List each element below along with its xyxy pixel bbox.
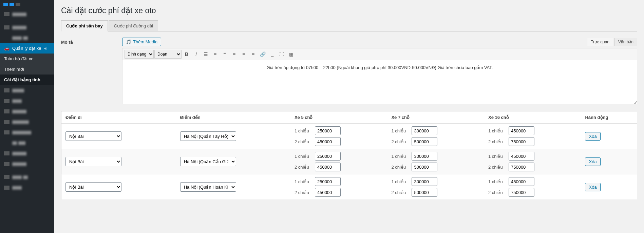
price-input-roundtrip[interactable] [509,163,534,171]
sidebar-item-blur-10[interactable]: ▮▮▮▮▮▮ [0,148,54,158]
page-title: Cài đặt cước phí đặt xe oto [61,6,637,15]
format-select-1[interactable]: Định dạng [125,50,154,59]
oneway-label: 1 chiều [295,179,311,184]
price-input-oneway[interactable] [412,152,437,161]
sidebar-item-booking[interactable]: 🚗 Quản lý đặt xe ◀ [0,43,54,54]
roundtrip-label: 2 chiều [295,190,311,195]
price-input-oneway[interactable] [315,126,341,135]
th-to: Điểm đến [176,111,290,124]
oneway-label: 1 chiều [391,154,408,159]
readmore-icon[interactable]: ⎯ [268,50,277,59]
format-select-2[interactable]: Đoạn [154,50,182,59]
sidebar-sub-all-bookings[interactable]: Toàn bộ đặt xe [0,54,54,64]
roundtrip-label: 2 chiều [488,139,505,144]
tab-longdistance-fare[interactable]: Cước phí đường dài [109,20,158,31]
editor-toolbar: Định dạng Đoạn B I ☰ ≡ ❝ ≡ ≡ ≡ 🔗 ⎯ ⛶ ▦ [122,48,637,60]
oneway-label: 1 chiều [295,128,311,133]
price-input-oneway[interactable] [412,177,437,186]
roundtrip-label: 2 chiều [295,165,311,170]
to-select[interactable]: Hà Nội (Quận Cầu Giấy) [180,157,236,166]
price-input-roundtrip[interactable] [412,137,437,146]
sidebar-sub-pricing-table[interactable]: Cài đặt bảng tính [0,75,54,85]
tabs: Cước phí sân bay Cước phí đường dài [61,20,637,31]
roundtrip-label: 2 chiều [391,190,408,195]
sidebar-item-blur-7[interactable]: ▮▮▮▮▮▮▮ [0,116,54,127]
th-from: Điểm đi [61,111,176,124]
main-content: Cài đặt cước phí đặt xe oto Cước phí sân… [54,0,644,233]
roundtrip-label: 2 chiều [295,139,311,144]
editor-tab-text[interactable]: Văn bản [614,38,637,46]
roundtrip-label: 2 chiều [488,190,505,195]
oneway-label: 1 chiều [488,154,505,159]
editor-tab-visual[interactable]: Trực quan [587,38,613,46]
editor-textarea[interactable]: Giá trên áp dụng từ 07h00 – 22h00 (Ngoài… [122,60,637,104]
sidebar-item-blur-9[interactable]: ▮▮ ▮▮▮ [0,137,54,148]
sidebar-item-blur-11[interactable]: ▮▮▮▮▮▮ [0,158,54,169]
sidebar-item-blur-2[interactable]: ▮▮▮▮▮▮ [0,22,54,33]
sidebar-item-blur-3[interactable]: ▮▮▮▮ ▮▮ [0,33,54,43]
delete-button[interactable]: Xóa [585,183,600,191]
price-input-roundtrip[interactable] [412,163,437,171]
chevron-left-icon: ◀ [44,46,46,50]
oneway-label: 1 chiều [391,128,408,133]
car-icon: 🚗 [4,46,10,51]
tab-airport-fare[interactable]: Cước phí sân bay [61,20,108,31]
price-input-oneway[interactable] [315,177,341,186]
description-label: Mô tả [61,38,115,45]
toolbar-toggle-icon[interactable]: ▦ [287,50,296,59]
price-input-roundtrip[interactable] [509,137,534,146]
align-center-icon[interactable]: ≡ [239,50,248,59]
roundtrip-label: 2 chiều [391,139,408,144]
price-input-oneway[interactable] [509,177,534,186]
th-action: Hành động [581,111,637,124]
sidebar-item-blur-13[interactable]: ▮▮▮▮ [0,182,54,193]
sidebar-top-pills [0,0,54,9]
oneway-label: 1 chiều [488,128,505,133]
from-select[interactable]: Nội Bài [65,157,121,166]
price-input-roundtrip[interactable] [315,137,341,146]
th-car7: Xe 7 chỗ [387,111,484,124]
sidebar-sub-add-new[interactable]: Thêm mới [0,64,54,75]
bold-icon[interactable]: B [182,50,191,59]
price-input-roundtrip[interactable] [412,188,437,197]
sidebar-item-blur-8[interactable]: ▮▮▮▮▮▮▮▮ [0,127,54,137]
sidebar-item-blur-12[interactable]: ▮▮▮▮ ▮▮ [0,172,54,182]
sidebar-item-blur-1[interactable]: ▮▮▮▮▮▮ [0,9,54,19]
admin-sidebar: ▮▮▮▮▮▮ ▮▮▮▮▮▮ ▮▮▮▮ ▮▮ 🚗 Quản lý đặt xe ◀… [0,0,54,233]
price-input-oneway[interactable] [412,126,437,135]
link-icon[interactable]: 🔗 [258,50,267,59]
to-select[interactable]: Hà Nội (Quận Tây Hồ) [180,131,236,141]
delete-button[interactable]: Xóa [585,132,600,141]
th-car16: Xe 16 chỗ [484,111,581,124]
table-row: Nội Bài Hà Nội (Quận Cầu Giấy) 1 chiều 2… [61,149,637,174]
from-select[interactable]: Nội Bài [65,131,121,141]
align-right-icon[interactable]: ≡ [249,50,258,59]
oneway-label: 1 chiều [295,154,311,159]
price-input-roundtrip[interactable] [509,188,534,197]
numbered-list-icon[interactable]: ≡ [211,50,220,59]
italic-icon[interactable]: I [192,50,201,59]
pricing-table: Điểm đi Điểm đến Xe 5 chỗ Xe 7 chỗ Xe 16… [61,111,637,200]
blockquote-icon[interactable]: ❝ [220,50,229,59]
roundtrip-label: 2 chiều [391,165,408,170]
delete-button[interactable]: Xóa [585,157,600,166]
price-input-oneway[interactable] [315,152,341,161]
price-input-roundtrip[interactable] [315,188,341,197]
fullscreen-icon[interactable]: ⛶ [277,50,286,59]
add-media-button[interactable]: 🎵 Thêm Media [122,38,161,46]
oneway-label: 1 chiều [391,179,408,184]
align-left-icon[interactable]: ≡ [230,50,239,59]
table-row: Nội Bài Hà Nội (Quận Hoàn Kiếm) 1 chiều … [61,174,637,200]
sidebar-item-blur-4[interactable]: ▮▮▮▮▮ [0,85,54,96]
price-input-oneway[interactable] [509,152,534,161]
price-input-oneway[interactable] [509,126,534,135]
sidebar-item-blur-5[interactable]: ▮▮▮▮ [0,96,54,106]
price-input-roundtrip[interactable] [315,163,341,171]
from-select[interactable]: Nội Bài [65,182,121,192]
sidebar-item-blur-6[interactable]: ▮▮▮▮▮▮ [0,106,54,116]
to-select[interactable]: Hà Nội (Quận Hoàn Kiếm) [180,182,236,192]
table-row: Nội Bài Hà Nội (Quận Tây Hồ) 1 chiều 2 c… [61,124,637,149]
th-car5: Xe 5 chỗ [290,111,387,124]
roundtrip-label: 2 chiều [488,165,505,170]
bullet-list-icon[interactable]: ☰ [201,50,210,59]
